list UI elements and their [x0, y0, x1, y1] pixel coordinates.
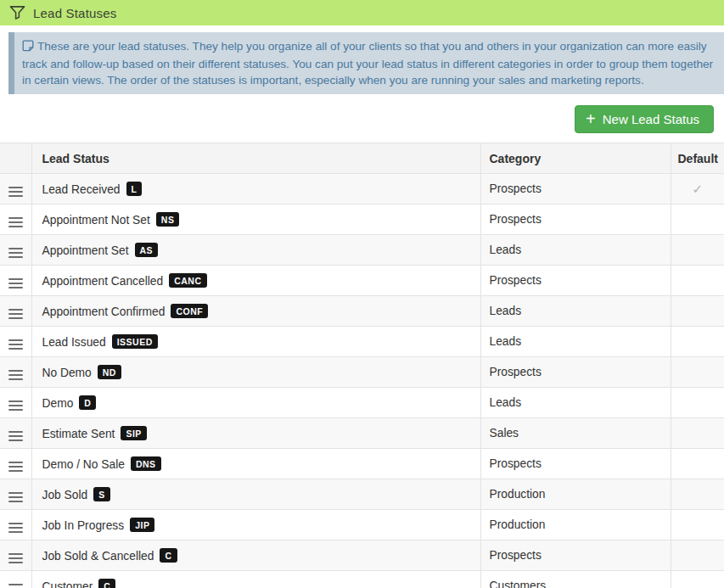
default-cell	[671, 266, 724, 296]
table-row: Appointment Not SetNS Prospects	[0, 204, 724, 235]
drag-handle-icon[interactable]	[7, 519, 25, 536]
lead-status-name[interactable]: Customer	[42, 580, 93, 588]
drag-handle-icon[interactable]	[7, 397, 25, 414]
default-cell	[671, 235, 724, 266]
status-badge: CANC	[169, 273, 206, 288]
category-cell: Prospects	[480, 357, 671, 388]
lead-status-cell: Appointment CancelledCANC	[31, 266, 480, 296]
drag-handle-cell	[0, 296, 31, 327]
table-row: Lead ReceivedL Prospects ✓	[0, 174, 724, 204]
category-cell: Leads	[480, 296, 671, 327]
drag-handle-icon[interactable]	[7, 275, 25, 292]
category-cell: Prospects	[480, 449, 671, 479]
lead-status-name[interactable]: Appointment Confirmed	[42, 305, 166, 318]
lead-status-name[interactable]: Demo	[42, 397, 74, 410]
new-lead-status-label: New Lead Status	[603, 112, 699, 126]
category-cell: Prospects	[480, 266, 671, 296]
table-row: CustomerC Customers	[0, 571, 724, 588]
drag-handle-icon[interactable]	[7, 428, 25, 445]
drag-handle-cell	[0, 479, 31, 510]
drag-handle-icon[interactable]	[7, 489, 25, 506]
drag-handle-cell	[0, 204, 31, 235]
status-badge: ISSUED	[112, 334, 158, 349]
drag-handle-icon[interactable]	[7, 214, 25, 231]
page-title: Lead Statuses	[33, 6, 117, 20]
drag-handle-cell	[0, 357, 31, 388]
category-cell: Sales	[480, 418, 671, 449]
status-badge: C	[160, 548, 177, 563]
lead-status-cell: Job Sold & CancelledC	[31, 540, 480, 571]
lead-status-cell: Lead IssuedISSUED	[31, 327, 480, 357]
status-badge: JIP	[130, 518, 154, 532]
drag-handle-icon[interactable]	[7, 367, 25, 384]
drag-handle-cell	[0, 510, 31, 540]
default-cell	[671, 327, 724, 357]
status-badge: SIP	[121, 426, 146, 440]
toolbar: + New Lead Status	[0, 94, 724, 143]
lead-status-cell: Demo / No SaleDNS	[31, 449, 480, 479]
drag-handle-cell	[0, 235, 31, 266]
status-badge: L	[126, 182, 143, 196]
category-cell: Leads	[480, 235, 671, 266]
drag-handle-cell	[0, 449, 31, 479]
lead-status-cell: Appointment ConfirmedCONF	[31, 296, 480, 327]
info-banner: These are your lead statuses. They help …	[8, 32, 724, 94]
drag-handle-icon[interactable]	[7, 244, 25, 261]
drag-handle-icon[interactable]	[7, 183, 25, 200]
table-row: DemoD Leads	[0, 388, 724, 418]
drag-handle-icon[interactable]	[7, 458, 25, 475]
lead-status-name[interactable]: Lead Issued	[42, 336, 106, 349]
drag-handle-icon[interactable]	[7, 550, 25, 567]
lead-status-name[interactable]: Appointment Set	[42, 244, 129, 257]
lead-status-name[interactable]: Appointment Not Set	[42, 214, 150, 227]
status-badge: C	[98, 579, 115, 588]
drag-handle-cell	[0, 540, 31, 571]
category-cell: Production	[480, 479, 671, 510]
new-lead-status-button[interactable]: + New Lead Status	[575, 105, 714, 133]
lead-statuses-page: Lead Statuses These are your lead status…	[0, 0, 724, 588]
lead-status-cell: Job In ProgressJIP	[31, 510, 480, 540]
status-badge: ND	[98, 365, 121, 379]
default-cell	[671, 510, 724, 540]
info-text: These are your lead statuses. They help …	[22, 40, 713, 87]
lead-status-name[interactable]: Job In Progress	[42, 519, 125, 532]
category-cell: Prospects	[480, 204, 671, 235]
drag-handle-icon[interactable]	[7, 305, 25, 322]
default-cell	[671, 388, 724, 418]
table-row: Estimate SentSIP Sales	[0, 418, 724, 449]
default-cell	[671, 418, 724, 449]
lead-status-cell: Appointment Not SetNS	[31, 204, 480, 235]
table-row: Job In ProgressJIP Production	[0, 510, 724, 540]
drag-handle-cell	[0, 418, 31, 449]
drag-handle-cell	[0, 388, 31, 418]
status-badge: CONF	[171, 304, 208, 318]
lead-status-cell: Estimate SentSIP	[31, 418, 480, 449]
default-cell	[671, 204, 724, 235]
category-column-header: Category	[480, 143, 671, 174]
status-badge: D	[79, 395, 96, 410]
category-cell: Prospects	[480, 174, 671, 204]
table-row: Appointment CancelledCANC Prospects	[0, 266, 724, 296]
category-cell: Customers	[480, 571, 671, 588]
drag-handle-icon[interactable]	[7, 336, 25, 353]
plus-icon: +	[586, 110, 596, 127]
lead-status-name[interactable]: No Demo	[42, 367, 92, 379]
lead-status-name[interactable]: Lead Received	[42, 183, 121, 196]
category-cell: Production	[480, 510, 671, 540]
lead-status-name[interactable]: Job Sold	[42, 489, 88, 501]
drag-handle-cell	[0, 327, 31, 357]
lead-status-name[interactable]: Estimate Sent	[42, 428, 115, 440]
lead-status-cell: Job SoldS	[31, 479, 480, 510]
default-cell	[671, 540, 724, 571]
lead-status-name[interactable]: Appointment Cancelled	[42, 275, 164, 288]
default-cell	[671, 479, 724, 510]
lead-status-name[interactable]: Demo / No Sale	[42, 458, 125, 471]
drag-handle-icon[interactable]	[7, 580, 25, 588]
drag-handle-cell	[0, 266, 31, 296]
lead-status-cell: CustomerC	[31, 571, 480, 588]
handle-column-header	[0, 143, 31, 174]
lead-status-name[interactable]: Job Sold & Cancelled	[42, 550, 154, 563]
check-icon: ✓	[692, 182, 703, 196]
table-row: Appointment SetAS Leads	[0, 235, 724, 266]
default-cell	[671, 296, 724, 327]
